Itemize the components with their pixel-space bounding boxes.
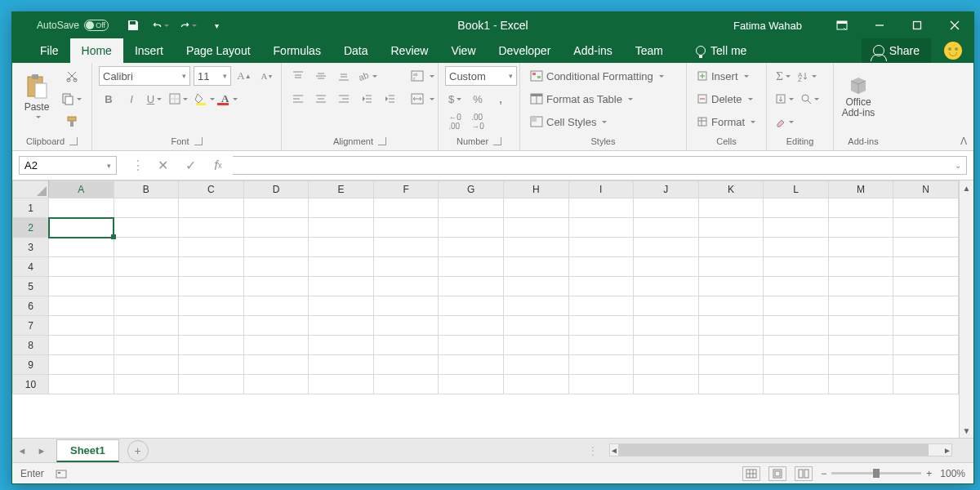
row-header-5[interactable]: 5 [13,277,49,296]
cell-G6[interactable] [439,296,504,316]
cell-J1[interactable] [634,198,699,218]
cell-I8[interactable] [568,336,634,355]
cell-B2[interactable] [114,218,179,238]
cell-G1[interactable] [439,198,504,218]
expand-formula-bar-button[interactable]: ⌄ [955,161,961,170]
column-header-K[interactable]: K [698,181,764,198]
zoom-slider[interactable]: − + [821,468,932,479]
cell-B3[interactable] [114,238,179,257]
sort-filter-button[interactable]: AZ [796,66,818,86]
cell-L4[interactable] [764,257,829,277]
cell-L9[interactable] [764,355,829,375]
close-button[interactable] [936,12,973,38]
cell-D9[interactable] [243,355,309,375]
cell-grid[interactable]: ABCDEFGHIJKLMN12345678910 [12,180,959,438]
align-center-button[interactable] [311,89,331,109]
format-painter-button[interactable] [60,112,83,131]
cell-C6[interactable] [179,296,244,316]
cell-D2[interactable] [243,218,309,238]
cell-I1[interactable] [568,198,634,218]
column-header-E[interactable]: E [309,181,374,198]
cell-A7[interactable] [49,316,114,336]
cell-I9[interactable] [568,355,634,375]
undo-button[interactable] [153,17,169,33]
cell-F10[interactable] [373,375,439,394]
cell-D3[interactable] [243,238,309,257]
sheet-nav-next[interactable]: ► [32,439,51,462]
cell-A10[interactable] [49,375,114,394]
font-dialog-launcher[interactable] [194,137,203,145]
cell-C10[interactable] [179,375,244,394]
cell-C1[interactable] [179,198,244,218]
increase-indent-button[interactable] [380,89,399,109]
cell-E2[interactable] [309,218,374,238]
insert-cells-button[interactable]: Insert [693,66,752,86]
column-header-F[interactable]: F [373,181,439,198]
cell-H9[interactable] [503,355,568,375]
cell-K3[interactable] [698,238,764,257]
cell-G10[interactable] [439,375,504,394]
cell-K6[interactable] [698,296,764,316]
italic-button[interactable]: I [122,89,141,109]
row-header-9[interactable]: 9 [13,355,49,375]
enter-entry-button[interactable]: ✓ [180,156,200,176]
cell-H7[interactable] [503,316,568,336]
align-bottom-button[interactable] [334,66,354,86]
cell-C5[interactable] [179,277,244,296]
borders-button[interactable] [167,89,189,109]
bold-button[interactable]: B [99,89,118,109]
cell-J9[interactable] [634,355,699,375]
cell-C2[interactable] [179,218,244,238]
qat-customize-button[interactable]: ▾ [208,17,225,33]
cell-H6[interactable] [503,296,568,316]
cell-N9[interactable] [893,355,959,375]
normal-view-button[interactable] [742,466,760,481]
cell-E6[interactable] [309,296,374,316]
cell-B5[interactable] [114,277,179,296]
cell-E7[interactable] [309,316,374,336]
scroll-down-button[interactable]: ▼ [960,423,973,438]
cell-F4[interactable] [373,257,439,277]
autosum-button[interactable]: Σ [773,66,793,86]
cell-K2[interactable] [698,218,764,238]
conditional-formatting-button[interactable]: Conditional Formatting [527,66,667,86]
cancel-entry-button[interactable]: ✕ [153,156,172,176]
wrap-text-button[interactable]: abc [408,66,438,86]
scroll-right-button[interactable]: ► [943,443,951,457]
cell-K9[interactable] [698,355,764,375]
row-header-10[interactable]: 10 [13,375,49,394]
cell-L2[interactable] [764,218,829,238]
row-header-2[interactable]: 2 [13,218,49,238]
tab-addins[interactable]: Add-ins [562,38,623,63]
cell-J3[interactable] [634,238,699,257]
new-sheet-button[interactable]: + [127,440,149,461]
cell-B9[interactable] [114,355,179,375]
cell-L3[interactable] [764,238,829,257]
page-layout-view-button[interactable] [768,466,786,481]
scroll-left-button[interactable]: ◄ [610,443,618,457]
save-icon[interactable] [125,17,141,33]
row-header-3[interactable]: 3 [13,238,49,257]
page-break-view-button[interactable] [795,466,813,481]
cell-M6[interactable] [828,296,893,316]
zoom-track[interactable] [831,472,921,474]
cell-A9[interactable] [49,355,114,375]
cell-K10[interactable] [698,375,764,394]
insert-function-button[interactable]: fx [208,156,228,176]
cell-L6[interactable] [764,296,829,316]
cell-D1[interactable] [243,198,309,218]
format-cells-button[interactable]: Format [693,112,759,131]
cell-H8[interactable] [503,336,568,355]
tab-page-layout[interactable]: Page Layout [175,38,262,63]
cell-D8[interactable] [243,336,309,355]
autosave-toggle[interactable]: AutoSave Off [37,20,109,31]
feedback-smiley-icon[interactable] [944,42,962,60]
decrease-indent-button[interactable] [357,89,376,109]
cell-I5[interactable] [568,277,634,296]
cell-H2[interactable] [503,218,568,238]
cell-I10[interactable] [568,375,634,394]
cell-F7[interactable] [373,316,439,336]
cell-D7[interactable] [243,316,309,336]
merge-center-button[interactable] [408,89,438,109]
align-middle-button[interactable] [311,66,331,86]
